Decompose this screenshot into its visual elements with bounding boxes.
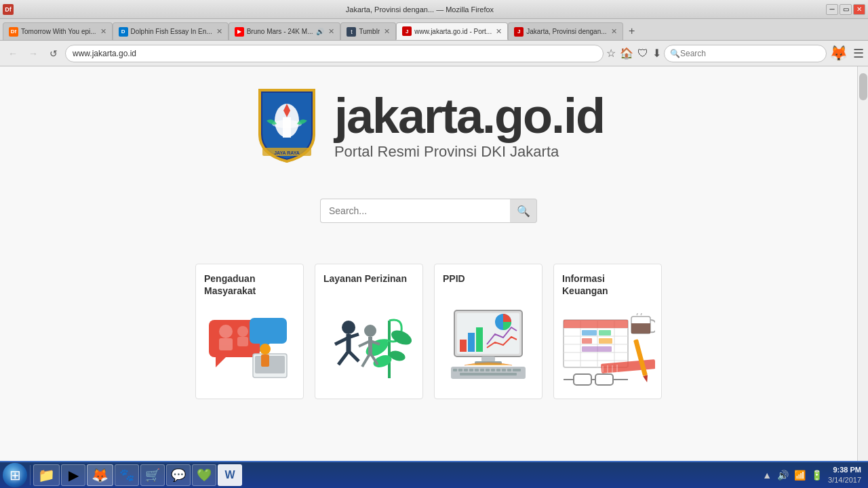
svg-rect-49: [480, 369, 484, 371]
tab-4-close[interactable]: ✕: [384, 27, 390, 36]
tab-1-close[interactable]: ✕: [100, 27, 106, 36]
tab-4[interactable]: t Tumblr ✕: [340, 22, 396, 40]
svg-rect-51: [491, 369, 495, 371]
svg-rect-84: [633, 339, 648, 376]
card-pengaduan-label: PengaduanMasyarakat: [196, 264, 303, 302]
search-box-area: 🔍: [320, 199, 537, 223]
svg-rect-68: [582, 338, 592, 344]
svg-rect-55: [513, 369, 521, 371]
forward-button[interactable]: →: [24, 45, 42, 62]
vertical-scrollbar[interactable]: [857, 66, 868, 461]
svg-point-10: [237, 326, 248, 337]
logo-subtitle: Portal Resmi Provinsi DKI Jakarta: [334, 143, 604, 161]
toolbar-icons: ☆ 🏠 🛡 ⬇: [606, 47, 661, 60]
tab-5-close[interactable]: ✕: [496, 27, 502, 36]
svg-rect-41: [481, 357, 495, 362]
svg-rect-52: [496, 369, 500, 371]
network-icon[interactable]: 📶: [794, 470, 806, 481]
svg-rect-66: [564, 320, 628, 328]
svg-rect-70: [599, 338, 612, 344]
svg-rect-15: [255, 356, 285, 373]
taskbar-shop[interactable]: 🛒: [140, 464, 165, 486]
taskbar-explorer[interactable]: 📁: [33, 464, 60, 486]
svg-rect-12: [250, 318, 287, 344]
taskbar-firefox[interactable]: 🦊: [87, 464, 113, 486]
volume-icon[interactable]: 🔊: [777, 470, 789, 481]
svg-rect-71: [582, 346, 612, 352]
card-keuangan[interactable]: InformasiKeuangan: [553, 264, 662, 399]
card-pengaduan[interactable]: PengaduanMasyarakat: [195, 264, 304, 399]
tab-1[interactable]: Df Tomorrow With You epi... ✕: [3, 22, 113, 40]
taskbar-word[interactable]: W: [218, 464, 242, 486]
close-button[interactable]: ✕: [853, 4, 865, 15]
home-icon[interactable]: 🏠: [620, 47, 633, 60]
title-bar-text: Jakarta, Provinsi dengan... — Mozilla Fi…: [14, 5, 826, 14]
cards-grid: PengaduanMasyarakat: [195, 264, 662, 399]
shield-icon[interactable]: 🛡: [637, 47, 648, 60]
svg-rect-50: [486, 369, 490, 371]
arrow-icon[interactable]: ▲: [762, 470, 772, 481]
bookmark-icon[interactable]: ☆: [606, 47, 616, 60]
tab-6-close[interactable]: ✕: [611, 27, 617, 36]
minimize-button[interactable]: ─: [826, 4, 838, 15]
taskbar-paw[interactable]: 🐾: [115, 464, 139, 486]
taskbar-line[interactable]: 💚: [192, 464, 216, 486]
title-bar: Df Jakarta, Provinsi dengan... — Mozilla…: [0, 0, 868, 19]
tab-3-close[interactable]: ✕: [328, 27, 334, 36]
page-search-input[interactable]: [320, 199, 510, 223]
svg-rect-9: [219, 338, 233, 350]
start-button[interactable]: ⊞: [3, 463, 27, 487]
download-icon[interactable]: ⬇: [652, 47, 661, 60]
taskbar: ⊞ 📁 ▶ 🦊 🐾 🛒 💬 💚 W ▲ 🔊 📶 🔋 9:38 PM 3/14/2…: [0, 461, 868, 488]
address-input[interactable]: [73, 49, 596, 58]
logo-area: JAYA RAYA jakarta.go.id Portal Resmi Pro…: [253, 87, 604, 165]
title-bar-controls: ─ ▭ ✕: [826, 4, 865, 15]
browser-search-wrap[interactable]: 🔍: [664, 45, 827, 62]
tab-2-close[interactable]: ✕: [216, 27, 222, 36]
address-bar: ← → ↺ ☆ 🏠 🛡 ⬇ 🔍 🦊 ☰: [0, 41, 868, 66]
logo-title: jakarta.go.id: [334, 92, 604, 140]
svg-rect-79: [574, 374, 591, 385]
browser-search-icon: 🔍: [670, 49, 680, 58]
tab-2[interactable]: D Dolphin Fish Essay In En... ✕: [113, 22, 229, 40]
tab-bar: Df Tomorrow With You epi... ✕ D Dolphin …: [0, 19, 868, 41]
svg-rect-56: [460, 373, 517, 375]
svg-rect-80: [595, 374, 613, 385]
svg-rect-54: [507, 369, 511, 371]
logo-shield: JAYA RAYA: [253, 87, 321, 165]
taskbar-sep-1: [30, 465, 31, 485]
firefox-icon: 🦊: [829, 45, 848, 62]
address-bar-input-wrap[interactable]: [65, 45, 604, 62]
audio-indicator: 🔊: [316, 28, 324, 35]
svg-line-33: [362, 353, 370, 367]
page-search-button[interactable]: 🔍: [510, 199, 537, 223]
card-perizinan[interactable]: Layanan Perizinan: [315, 264, 423, 399]
svg-rect-69: [599, 330, 611, 336]
svg-rect-39: [476, 327, 483, 352]
scrollbar-thumb[interactable]: [859, 73, 867, 100]
taskbar-media[interactable]: ▶: [61, 464, 85, 486]
search-icon: 🔍: [517, 205, 530, 218]
menu-button[interactable]: ☰: [853, 46, 864, 61]
tab-6[interactable]: J Jakarta, Provinsi dengan... ✕: [508, 22, 623, 40]
svg-line-28: [349, 351, 359, 361]
reload-button[interactable]: ↺: [45, 45, 62, 62]
clock-date: 3/14/2017: [828, 475, 861, 485]
tab-3[interactable]: ▶ Bruno Mars - 24K M... 🔊 ✕: [229, 22, 341, 40]
svg-rect-45: [458, 369, 462, 371]
new-tab-button[interactable]: +: [623, 22, 641, 40]
tab-5-active[interactable]: J www.jakarta.go.id - Port... ✕: [396, 22, 508, 40]
back-button[interactable]: ←: [4, 45, 22, 62]
card-keuangan-label: InformasiKeuangan: [554, 264, 661, 302]
svg-rect-53: [502, 369, 506, 371]
svg-rect-47: [469, 369, 473, 371]
browser-search-input[interactable]: [680, 49, 821, 58]
card-ppid[interactable]: PPID: [434, 264, 542, 399]
page-content-wrap: JAYA RAYA jakarta.go.id Portal Resmi Pro…: [0, 66, 868, 461]
taskbar-skype[interactable]: 💬: [166, 464, 191, 486]
taskbar-right: ▲ 🔊 📶 🔋 9:38 PM 3/14/2017: [762, 465, 865, 486]
restore-button[interactable]: ▭: [840, 4, 852, 15]
clock-time: 9:38 PM: [828, 465, 861, 475]
svg-rect-11: [237, 337, 248, 346]
battery-icon[interactable]: 🔋: [811, 470, 823, 481]
